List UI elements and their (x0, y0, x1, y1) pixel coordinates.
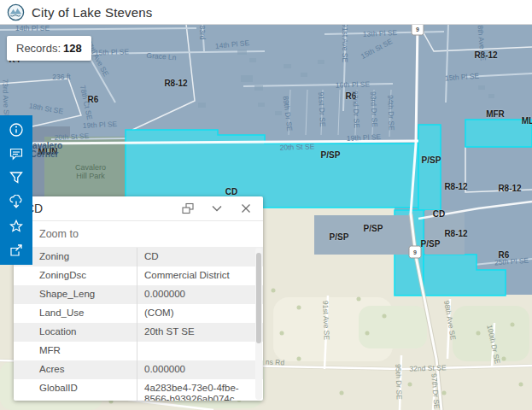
dock-button[interactable] (181, 202, 195, 215)
field-name-cell: ZoningDsc (14, 266, 137, 285)
street-label: 15th St SE (360, 37, 395, 61)
zoning-label: MFR (486, 109, 505, 119)
street-label: 97th Dr SE (430, 373, 441, 409)
zoning-label: ML (522, 116, 532, 126)
street-label: 91st Ave SE (321, 301, 331, 340)
favorites-button[interactable] (5, 216, 27, 237)
comment-icon (9, 146, 24, 161)
table-row: Acres0.000000 (14, 360, 263, 379)
zoning-label: R8-12 (444, 182, 467, 191)
page-title: City of Lake Stevens (32, 5, 153, 20)
popup-title: CD (14, 202, 181, 215)
app-header: City of Lake Stevens (0, 0, 532, 25)
map-toolbar (0, 115, 32, 265)
street-label: 91st Ave SE (341, 24, 349, 62)
table-row: Land_Use(COM) (14, 304, 263, 323)
street-label: 32nd St SE (409, 363, 446, 372)
street-label: 83rd (198, 25, 207, 39)
field-value-cell: CD (137, 248, 263, 266)
share-button[interactable] (5, 240, 27, 261)
street-label: 25th Pl SE (494, 256, 529, 267)
popup-scrollbar-thumb[interactable] (256, 253, 261, 343)
table-row: ZoningDscCommercial District (14, 266, 263, 285)
table-row: Shape_Leng0.000000 (14, 285, 263, 304)
zoning-label: R8-12 (498, 184, 521, 193)
field-value-cell: Commercial District (137, 266, 263, 285)
street-label: 18th St SE (28, 102, 64, 116)
street-label: Grace Ln (146, 51, 177, 62)
zoning-label: P/SP (330, 232, 349, 242)
close-button[interactable] (239, 202, 253, 215)
table-row: Location20th ST SE (14, 323, 263, 342)
street-label: 19th Pl SE (347, 132, 382, 143)
street-label: ns Rd (266, 357, 285, 366)
street-label: 91st Dr SE (317, 91, 327, 127)
highway-shield: 9 (412, 24, 424, 36)
street-label: 14th Pl SE (215, 38, 250, 50)
street-label: 15th Pl SE (445, 72, 480, 83)
street-label: 98th Ave SE (442, 300, 458, 341)
street-label: 92nd Dr SE (351, 91, 361, 128)
street-label: 14th Pl SE (15, 24, 50, 32)
cloud-download-icon (9, 195, 24, 210)
field-name-cell: Location (14, 323, 137, 342)
street-label: 94th Dr SE (386, 95, 395, 131)
street-label: 100th Dr SE (485, 324, 501, 364)
field-value-cell: 4a283be4-73e0-4fbe-8566-b93926ab074c (137, 379, 263, 401)
records-label: Records: (16, 42, 61, 55)
street-label: 93rd Dr SE (369, 91, 379, 128)
filter-button[interactable] (5, 167, 27, 188)
records-count-badge: Records:128 (7, 36, 91, 61)
city-logo-icon (7, 3, 25, 21)
park-label: Cavalero Hill Park (75, 163, 106, 180)
zoning-label: P/SP (321, 150, 341, 160)
info-icon (9, 122, 24, 138)
field-value-cell: (COM) (137, 304, 263, 323)
records-value: 128 (63, 42, 82, 55)
export-icon (9, 243, 24, 258)
zoning-label: CD (225, 187, 237, 196)
zoning-label: R8-12 (164, 79, 187, 88)
table-row: MFR (14, 342, 263, 360)
info-button[interactable] (5, 120, 27, 140)
street-label: 89th Dr SE (282, 96, 295, 132)
zoning-label: R8-12 (444, 229, 467, 238)
street-label: 20th St SE (280, 142, 315, 151)
zoning-label: P/SP (364, 224, 383, 233)
chevron-down-icon (210, 202, 224, 215)
popup-header: CD (14, 196, 263, 221)
zoning-label: P/SP (421, 239, 441, 249)
field-value-cell: 0.000000 (137, 360, 263, 379)
field-name-cell: GlobalID (14, 379, 137, 401)
field-name-cell: Acres (14, 360, 137, 379)
field-name-cell: MFR (14, 342, 137, 360)
comment-button[interactable] (5, 144, 27, 164)
dock-icon (181, 202, 195, 215)
street-label: 16th Pl SE (336, 79, 370, 89)
attribute-table: ZoningCDZoningDscCommercial DistrictShap… (14, 248, 263, 401)
street-label: 19th Pl SE (83, 120, 118, 130)
offline-button[interactable] (5, 192, 27, 213)
field-name-cell: Shape_Leng (14, 285, 137, 304)
street-label: 95th Dr SE (394, 364, 403, 400)
feature-popup: CD Zoom to ZoningCDZonin (14, 196, 263, 401)
street-label: 13th Pl SE (363, 28, 398, 38)
collapse-button[interactable] (210, 202, 224, 215)
filter-icon (9, 170, 24, 185)
table-row: ZoningCD (14, 248, 263, 266)
close-icon (239, 202, 253, 215)
field-value-cell (137, 342, 263, 360)
field-value-cell: 0.000000 (137, 285, 263, 304)
street-label: 236 ft (52, 73, 70, 81)
zoning-label: CD (433, 209, 445, 219)
street-label: 73rd Ave SE (1, 79, 11, 119)
zoom-to-link[interactable]: Zoom to (39, 228, 79, 240)
zoning-label: P/SP (422, 155, 441, 165)
table-row: GlobalID4a283be4-73e0-4fbe-8566-b93926ab… (14, 379, 263, 401)
star-icon (9, 219, 24, 234)
popup-action-row: Zoom to (14, 221, 263, 248)
field-value-cell: 20th ST SE (137, 323, 263, 342)
field-name-cell: Land_Use (14, 304, 137, 323)
highway-shield: 9 (409, 246, 422, 259)
